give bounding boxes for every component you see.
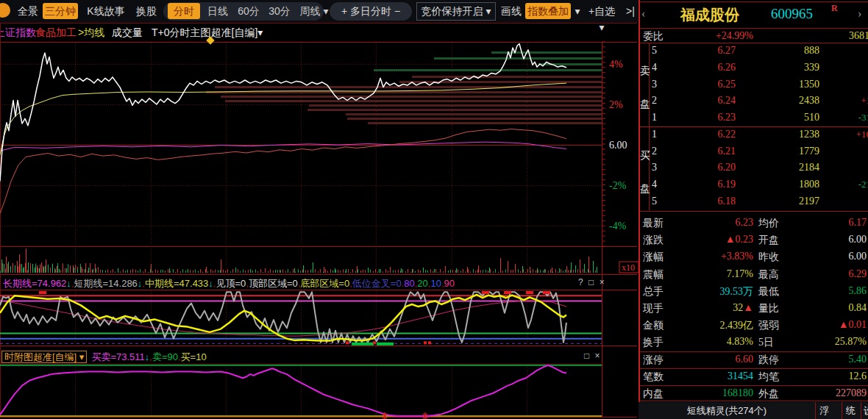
pane-icon[interactable]: ×: [595, 351, 602, 361]
price: 6.20: [678, 162, 736, 173]
volume-profile-red: [221, 96, 602, 98]
info-label: 金额: [643, 319, 664, 332]
sell-row-3[interactable]: 36.251350: [649, 77, 868, 94]
info-label: 最新: [643, 217, 664, 230]
delta: -31: [833, 112, 868, 123]
prev-stock-arrow[interactable]: ‹: [641, 7, 645, 21]
sell-row-1[interactable]: 16.23510-31: [649, 110, 868, 127]
statusbar-button[interactable]: 浮: [819, 404, 829, 418]
bottom-header-segment: 卖=90: [152, 351, 178, 362]
sell-row-5[interactable]: 56.27888: [649, 43, 868, 60]
indicator-pane-header: 长期线=74.962↓,短期线=14.286↓,中期线=47.433↓,见顶=0…: [3, 276, 455, 288]
weibi-value: +24.99%: [683, 30, 753, 42]
indicator-pane-icons: ? □ ×: [578, 277, 606, 287]
info-value: 6.60: [683, 354, 753, 365]
info-value: 5.40: [799, 354, 867, 365]
stock-code: 600965: [771, 6, 813, 22]
level: 3: [652, 162, 657, 173]
pane-icon[interactable]: ×: [600, 277, 606, 287]
volume-profile-red: [309, 104, 602, 107]
panel-divider: [638, 368, 868, 369]
info-value: ▲0.01: [799, 319, 867, 331]
info-label: 涨跌: [643, 234, 664, 247]
info-label: 最低: [758, 285, 779, 298]
delta: +1: [833, 95, 868, 107]
info-value: 39.53万: [683, 285, 753, 298]
buysell-line: [0, 365, 566, 416]
indicator-bottom-bar: [377, 343, 394, 345]
info-value: 25.87%: [799, 336, 867, 348]
buy-row-2[interactable]: 26.211779: [649, 144, 868, 161]
buy-row-1[interactable]: 16.221238+10: [649, 127, 868, 144]
volume-profile-red: [346, 113, 602, 115]
sell-row-2[interactable]: 26.242438+1: [649, 93, 868, 110]
delta: +10: [833, 129, 868, 140]
level: 3: [652, 79, 657, 90]
buy-row-5[interactable]: 56.182197: [649, 194, 868, 211]
info-label: 涨停: [643, 354, 664, 367]
indicator-header-segment: 低位金叉=0: [352, 278, 402, 289]
buy-row-3[interactable]: 36.202184: [649, 160, 868, 177]
pane-icon[interactable]: □: [584, 351, 591, 361]
info-label: 跌停: [758, 354, 779, 367]
level: 4: [652, 179, 657, 190]
next-stock-arrow[interactable]: ›: [858, 7, 861, 21]
axis-label: 4%: [609, 59, 623, 70]
info-label: 量比: [758, 302, 779, 315]
indicator-bottom-dot: [428, 341, 431, 344]
app-window: 全景三分钟K线故事换股分时日线60分30分周线 ▾+ 多日分时 −竞价保持开启 …: [0, 0, 868, 419]
indicator-header-segment: 90: [444, 278, 455, 289]
info-label: 总手: [643, 285, 664, 298]
bottom-indicator-selector[interactable]: 时附图超准[自编] ▾: [1, 351, 87, 363]
statusbar-button[interactable]: 统: [846, 404, 855, 418]
info-value: +3.83%: [683, 251, 753, 262]
info-value: 6.00: [799, 234, 867, 246]
info-label: 涨幅: [643, 251, 664, 264]
price: 6.24: [678, 95, 736, 107]
price: 6.26: [678, 62, 736, 74]
bottom-header-segment: 买卖=73.511: [91, 351, 144, 362]
info-value: 12.6: [799, 370, 867, 382]
shortline-genie[interactable]: 短线精灵(共274个): [661, 404, 793, 418]
volume-profile-green: [434, 57, 602, 60]
info-value: 5.86: [799, 285, 867, 297]
indicator-header-segment: 中期线=47.433: [145, 278, 208, 289]
volume-profile-red: [225, 100, 602, 102]
divider: [842, 402, 842, 419]
info-value: ▲0.23: [683, 234, 753, 246]
panel-divider: [638, 385, 868, 386]
statusbar-button[interactable]: 设: [864, 404, 868, 418]
info-label: 外盘: [758, 387, 779, 401]
indicator-header-segment: 10: [430, 278, 441, 289]
indicator-bottom-bar: [352, 343, 374, 345]
buy-label: 买: [640, 149, 650, 162]
sell-row-4[interactable]: 46.26339: [649, 60, 868, 77]
price: 6.21: [678, 146, 736, 157]
indicator-header-segment: 80: [404, 278, 414, 289]
info-value: 31454: [683, 370, 753, 382]
pane-icon[interactable]: □: [588, 277, 595, 287]
pane-icon[interactable]: ?: [578, 277, 585, 287]
buy-row-4[interactable]: 46.191808-21: [649, 177, 868, 194]
indicator-header-segment: 底部区域=0: [300, 278, 349, 289]
volume: 2184: [759, 162, 819, 173]
axis-label: -4%: [609, 221, 627, 232]
indicator-header-segment: 长期线=74.962: [3, 278, 66, 289]
volume: 2438: [759, 95, 819, 107]
info-value: 6.29: [799, 268, 867, 280]
divider: [861, 402, 861, 419]
indicator-header-segment: 顶部区域=0: [249, 278, 298, 289]
level: 5: [652, 45, 657, 57]
panel-divider: [638, 28, 868, 29]
volume: 1238: [759, 129, 819, 140]
indicator-top-marker: [482, 291, 489, 294]
level: 2: [652, 95, 657, 107]
info-value: 227089: [799, 387, 867, 399]
pan-label: 盘: [640, 182, 650, 196]
margin-flag: R: [831, 3, 838, 14]
panel-divider: [638, 0, 640, 419]
info-value: 6.00: [799, 251, 867, 262]
level: 2: [652, 146, 657, 157]
ref-red-line: [0, 129, 566, 214]
info-value: 6.23: [683, 217, 753, 229]
